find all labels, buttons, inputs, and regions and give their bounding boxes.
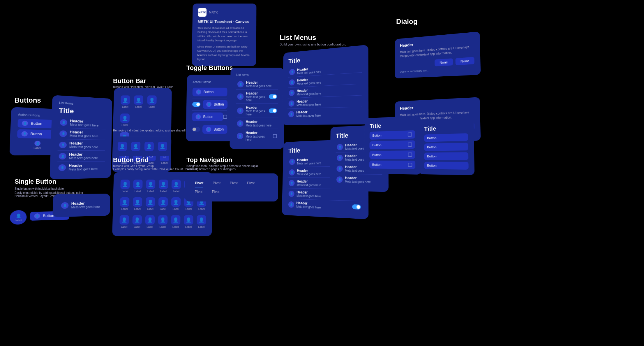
grid-btn-r2c5[interactable]: 👤Label bbox=[170, 196, 182, 212]
toggle-btn-3[interactable]: 👤 Button bbox=[202, 125, 227, 134]
toggle-switch-1[interactable] bbox=[192, 102, 200, 107]
scene: MRTK MRTK MRTK UI Tearsheet - Canvas Thi… bbox=[0, 0, 644, 346]
toggle-check-2[interactable] bbox=[223, 115, 227, 119]
grid-btn-r1c3[interactable]: 👤Label bbox=[145, 178, 157, 194]
dialog4-btn-1[interactable]: Button bbox=[424, 143, 468, 151]
dialog4-btn-3[interactable]: Button bbox=[424, 162, 469, 170]
bar-btn-2[interactable]: 👤 Label bbox=[133, 94, 144, 110]
grid-btn-r3c5[interactable]: 👤Label bbox=[170, 213, 182, 230]
btn-icon-1: 👤 bbox=[22, 121, 28, 126]
dialog3-check-3[interactable] bbox=[408, 163, 412, 167]
avatar-2: 👤 bbox=[59, 141, 67, 148]
dialog1-btn2[interactable]: None bbox=[455, 57, 474, 65]
list-item-4: 👤 HeaderMeta text goes here bbox=[57, 161, 105, 173]
grid-btn-r3c2[interactable]: 👤Label bbox=[131, 213, 143, 230]
dialog3-btn-1[interactable]: Button bbox=[369, 140, 415, 149]
button-bar-desc2: Removing individual backplates, adding a… bbox=[113, 128, 198, 133]
grid-btn-r2c2[interactable]: 👤Label bbox=[131, 196, 143, 212]
single-btn-icon[interactable]: 👤 Label bbox=[10, 210, 27, 225]
dialog-card1: Header Main text goes here. Dialog contr… bbox=[395, 31, 481, 78]
mrtk-info-card: MRTK MRTK MRTK UI Tearsheet - Canvas Thi… bbox=[192, 3, 256, 66]
tavatar-2: 👤 bbox=[237, 108, 244, 114]
dialog1-btn1[interactable]: None bbox=[435, 58, 453, 66]
bar-btn-3[interactable]: 👤 Label bbox=[146, 94, 158, 110]
tlist-toggle-1[interactable] bbox=[269, 94, 277, 99]
grid-icon-r1c5: 👤 bbox=[172, 180, 181, 189]
toggle-item-0: 👤 Button bbox=[192, 86, 227, 98]
toggle-icon-0: 👤 bbox=[196, 89, 201, 95]
toggle-icon-2: 👤 bbox=[195, 114, 201, 120]
grid-btn-r2c4[interactable]: 👤Label bbox=[157, 196, 169, 212]
bar-btn-1[interactable]: 👤 Label bbox=[119, 94, 131, 110]
nav-item-1[interactable]: Pivot bbox=[209, 179, 225, 187]
dialog-card3: Title Button Button Button Button bbox=[364, 115, 421, 175]
tavatar-0: 👤 bbox=[237, 81, 244, 87]
single-btn-icon-label: Label bbox=[15, 219, 22, 222]
list-menus-heading: List Menus bbox=[280, 34, 346, 42]
dialog1-btn-row: None None bbox=[400, 57, 474, 68]
dialog3-check-0[interactable] bbox=[408, 132, 412, 137]
dialog4-btn-2[interactable]: Button bbox=[424, 152, 468, 160]
shared-btn-2[interactable]: 👤 bbox=[130, 140, 142, 153]
tlist-toggle-2[interactable] bbox=[269, 108, 277, 113]
shared-btn-4[interactable]: 👤 bbox=[157, 140, 169, 153]
nav-items-row: Pivot Pivot Pivot Pivot Pivot Pivot bbox=[191, 179, 273, 196]
grid-btn-r2c1[interactable]: 👤Label bbox=[119, 196, 130, 212]
bar-btn-4[interactable]: 👤 Label bbox=[119, 112, 131, 128]
grid-icon-r3c1: 👤 bbox=[119, 215, 129, 224]
toggle-switch-3[interactable] bbox=[192, 127, 200, 132]
dialog3-check-2[interactable] bbox=[408, 152, 412, 157]
dialog3-title: Title bbox=[370, 121, 415, 130]
toggle-btn-2[interactable]: 👤 Button bbox=[192, 113, 223, 121]
bar-btn-icon-2: 👤 bbox=[134, 95, 143, 104]
top-nav-card: Pivot Pivot Pivot Pivot Pivot Pivot bbox=[185, 173, 278, 201]
dialog3-btn-3[interactable]: Button bbox=[369, 161, 415, 169]
mrtk-logo-label: MRTK bbox=[209, 11, 218, 14]
nav-item-2[interactable]: Pivot bbox=[226, 179, 242, 187]
nav-item-0[interactable]: Pivot bbox=[191, 179, 208, 187]
button-grid-desc2: Examples easily configurable with Row/Co… bbox=[113, 168, 198, 171]
dialog3-btn-0[interactable]: Button bbox=[370, 130, 415, 140]
grid-btn-r1c4[interactable]: 👤Label bbox=[158, 178, 170, 194]
nav-item-5[interactable]: Pivot bbox=[208, 188, 224, 196]
mrtk-desc2: Since these UI controls are built on Uni… bbox=[197, 45, 251, 62]
grid-btn-r1c1[interactable]: 👤Label bbox=[119, 178, 131, 194]
button-bar-shared-card: 👤 👤 👤 👤 bbox=[113, 136, 171, 156]
toggle-action-card: Action Buttons 👤 Button 👤 Button 👤 Butto… bbox=[186, 75, 233, 141]
lm2-toggle-4[interactable] bbox=[352, 204, 361, 209]
button-bar-section: Button Bar Buttons with Horizontal / Ver… bbox=[113, 77, 173, 89]
list-item-0: 👤 HeaderMeta text goes here bbox=[58, 117, 106, 129]
button-grid-section: Button Grid Buttons with Grid Layout Gro… bbox=[113, 156, 198, 171]
dialog3-check-1[interactable] bbox=[408, 143, 412, 147]
bar-btn-icon-4: 👤 bbox=[120, 113, 130, 123]
nav-item-4[interactable]: Pivot bbox=[191, 188, 207, 196]
grid-btn-r3c4[interactable]: 👤Label bbox=[157, 213, 169, 230]
grid-icon-r2c4: 👤 bbox=[158, 197, 168, 207]
tlist-check-4[interactable] bbox=[273, 134, 277, 138]
grid-btn-r3c3[interactable]: 👤Label bbox=[144, 213, 156, 230]
grid-btn-r3c1[interactable]: 👤Label bbox=[118, 213, 130, 230]
btn-icon-3: 👤 bbox=[34, 141, 40, 146]
toggle-btn-0[interactable]: 👤 Button bbox=[193, 88, 227, 96]
shared-btn-1[interactable]: 👤 bbox=[116, 140, 128, 153]
toggle-icon-1: 👤 bbox=[206, 102, 211, 107]
buttons-list-card: List Items Title 👤 HeaderMeta text goes … bbox=[50, 95, 112, 179]
toggle-item-2: 👤 Button bbox=[192, 111, 227, 123]
tavatar-1: 👤 bbox=[237, 94, 244, 100]
grid-btn-r3c7[interactable]: 👤Label bbox=[195, 213, 207, 230]
grid-icon-r2c5: 👤 bbox=[171, 197, 181, 207]
grid-btn-r1c2[interactable]: 👤Label bbox=[132, 178, 144, 194]
single-avatar: 👤 bbox=[61, 202, 68, 209]
dialog2-header: Header bbox=[400, 103, 474, 110]
toggle-list-label: List Items bbox=[236, 73, 278, 77]
grid-btn-r1c5[interactable]: 👤Label bbox=[170, 178, 182, 194]
grid-btn-r2c3[interactable]: 👤Label bbox=[144, 196, 156, 212]
mrtk-logo-text: MRTK bbox=[198, 11, 206, 14]
toggle-btn-1[interactable]: 👤 Button bbox=[203, 100, 227, 109]
grid-btn-r3c6[interactable]: 👤Label bbox=[183, 213, 195, 230]
toggle-item-3: 👤 Button bbox=[192, 123, 227, 136]
nav-item-3[interactable]: Pivot bbox=[243, 179, 259, 187]
shared-btn-3[interactable]: 👤 bbox=[143, 140, 155, 153]
dialog3-btn-2[interactable]: Button bbox=[369, 150, 415, 159]
dialog4-btn-0[interactable]: Button bbox=[424, 133, 468, 142]
